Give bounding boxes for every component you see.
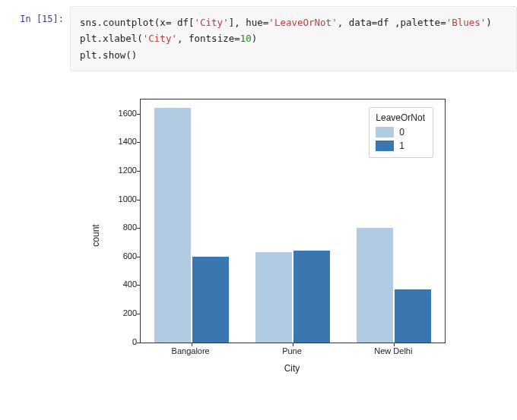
legend-swatch-0 (376, 127, 394, 137)
code-string: 'LeaveOrNot' (268, 17, 337, 28)
bar-pune-0 (255, 252, 292, 343)
y-tick-mark (137, 257, 141, 257)
y-tick-label: 1000 (91, 194, 137, 204)
code-text: , data=df ,palette= (338, 17, 446, 28)
legend-title: LeaveOrNot (376, 112, 425, 123)
bar-pune-1 (293, 251, 330, 342)
x-tick-label: New Delhi (374, 346, 412, 355)
legend-item-1: 1 (376, 139, 425, 153)
notebook-page: In [15]: sns.countplot(x= df['City'], hu… (0, 0, 517, 420)
bar-new-delhi-0 (357, 228, 393, 343)
code-text: plt.show() (80, 49, 137, 61)
code-block[interactable]: sns.countplot(x= df['City'], hue='LeaveO… (70, 6, 517, 71)
legend-item-0: 0 (376, 125, 425, 139)
x-axis-label: City (284, 363, 300, 374)
code-text: sns.countplot(x= df[ (80, 17, 195, 28)
y-tick-mark (137, 314, 141, 314)
cell-prompt: In [15]: (0, 6, 70, 24)
y-tick-label: 600 (91, 251, 137, 261)
legend: LeaveOrNot 0 1 (369, 107, 433, 158)
y-tick-label: 1200 (91, 166, 137, 175)
bar-bangalore-1 (192, 257, 229, 343)
x-tick-label: Bangalore (172, 346, 210, 355)
code-text: plt.xlabel( (80, 33, 143, 44)
y-tick-label: 1600 (91, 109, 137, 118)
legend-swatch-1 (376, 141, 394, 151)
code-number: 10 (240, 33, 252, 44)
y-tick-label: 0 (91, 337, 137, 346)
y-tick-mark (137, 343, 141, 343)
code-string: 'City' (195, 17, 229, 28)
plot-area: LeaveOrNot 0 1 (140, 99, 446, 343)
x-tick-label: Pune (282, 346, 302, 355)
y-tick-label: 200 (91, 308, 137, 317)
code-text: ], hue= (229, 17, 269, 28)
y-tick-label: 1400 (91, 137, 137, 146)
y-tick-mark (137, 114, 141, 115)
legend-label-1: 1 (399, 139, 404, 153)
code-text: ) (252, 33, 258, 44)
countplot-chart: count City LeaveOrNot 0 1 02004006008001… (73, 94, 453, 377)
code-text: ) (486, 17, 492, 28)
y-tick-mark (137, 228, 141, 229)
bar-bangalore-0 (154, 108, 191, 343)
code-text: , fontsize= (177, 33, 240, 44)
legend-label-0: 0 (399, 125, 404, 139)
y-tick-label: 800 (91, 223, 137, 232)
code-cell: In [15]: sns.countplot(x= df['City'], hu… (0, 6, 517, 71)
y-tick-mark (137, 285, 141, 286)
bar-new-delhi-1 (395, 289, 431, 343)
y-tick-label: 400 (91, 279, 137, 289)
y-tick-mark (137, 200, 141, 201)
output-area: count City LeaveOrNot 0 1 02004006008001… (64, 71, 517, 420)
code-string: 'City' (143, 33, 177, 44)
y-tick-mark (137, 171, 141, 172)
code-string: 'Blues' (446, 17, 487, 28)
y-tick-mark (137, 142, 141, 143)
